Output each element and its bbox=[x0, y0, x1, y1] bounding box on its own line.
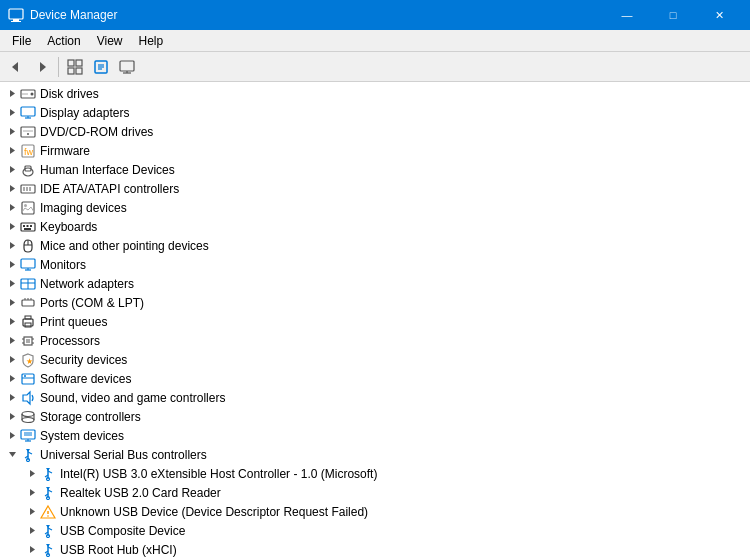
expand-btn-keyboards[interactable] bbox=[4, 219, 20, 235]
menu-action[interactable]: Action bbox=[39, 32, 88, 50]
tree-item-disk-drives[interactable]: Disk drives bbox=[0, 84, 750, 103]
svg-marker-105 bbox=[46, 468, 50, 471]
expand-btn-realtek-usb[interactable] bbox=[24, 485, 40, 501]
expand-btn-dvd-rom[interactable] bbox=[4, 124, 20, 140]
expand-btn-ports[interactable] bbox=[4, 295, 20, 311]
usb-icon bbox=[20, 447, 36, 463]
tree-item-usb-controllers[interactable]: Universal Serial Bus controllers bbox=[0, 445, 750, 464]
svg-rect-40 bbox=[22, 202, 34, 214]
tree-item-processors[interactable]: Processors bbox=[0, 331, 750, 350]
tree-item-usb-root[interactable]: USB Root Hub (xHCI) bbox=[0, 540, 750, 559]
tree-item-mice[interactable]: Mice and other pointing devices bbox=[0, 236, 750, 255]
sec-icon: ★ bbox=[20, 352, 36, 368]
maximize-button[interactable]: □ bbox=[650, 0, 696, 30]
tree-item-imaging[interactable]: Imaging devices bbox=[0, 198, 750, 217]
svg-point-87 bbox=[22, 417, 34, 422]
expand-btn-unknown-usb[interactable] bbox=[24, 504, 40, 520]
main-content: Disk drivesDisplay adaptersDVD/CD-ROM dr… bbox=[0, 82, 750, 559]
tree-item-display-adapters[interactable]: Display adapters bbox=[0, 103, 750, 122]
expand-btn-processors[interactable] bbox=[4, 333, 20, 349]
show-hide-button[interactable] bbox=[63, 55, 87, 79]
properties-button[interactable] bbox=[89, 55, 113, 79]
expand-btn-storage[interactable] bbox=[4, 409, 20, 425]
tree-item-realtek-usb[interactable]: Realtek USB 2.0 Card Reader bbox=[0, 483, 750, 502]
storage-icon bbox=[20, 409, 36, 425]
expand-btn-hid[interactable] bbox=[4, 162, 20, 178]
expand-btn-usb-controllers[interactable] bbox=[4, 447, 20, 463]
expand-btn-network[interactable] bbox=[4, 276, 20, 292]
port-icon bbox=[20, 295, 36, 311]
expand-btn-disk-drives[interactable] bbox=[4, 86, 20, 102]
svg-text:★: ★ bbox=[26, 357, 33, 366]
tree-label-hid: Human Interface Devices bbox=[40, 163, 175, 177]
tree-item-intel-usb[interactable]: Intel(R) USB 3.0 eXtensible Host Control… bbox=[0, 464, 750, 483]
tree-item-system[interactable]: System devices bbox=[0, 426, 750, 445]
svg-marker-24 bbox=[10, 128, 15, 135]
svg-rect-70 bbox=[26, 339, 30, 343]
device-tree[interactable]: Disk drivesDisplay adaptersDVD/CD-ROM dr… bbox=[0, 82, 750, 559]
svg-point-27 bbox=[27, 133, 29, 135]
tree-label-system: System devices bbox=[40, 429, 124, 443]
tree-item-ide[interactable]: IDE ATA/ATAPI controllers bbox=[0, 179, 750, 198]
tree-item-security[interactable]: ★Security devices bbox=[0, 350, 750, 369]
svg-marker-31 bbox=[10, 166, 15, 173]
menu-help[interactable]: Help bbox=[131, 32, 172, 50]
expand-btn-mice[interactable] bbox=[4, 238, 20, 254]
tree-label-realtek-usb: Realtek USB 2.0 Card Reader bbox=[60, 486, 221, 500]
tree-item-network[interactable]: Network adapters bbox=[0, 274, 750, 293]
expand-btn-ide[interactable] bbox=[4, 181, 20, 197]
tree-item-usb-composite[interactable]: USB Composite Device bbox=[0, 521, 750, 540]
expand-btn-firmware[interactable] bbox=[4, 143, 20, 159]
forward-button[interactable] bbox=[30, 55, 54, 79]
expand-btn-monitors[interactable] bbox=[4, 257, 20, 273]
tree-label-storage: Storage controllers bbox=[40, 410, 141, 424]
menu-view[interactable]: View bbox=[89, 32, 131, 50]
expand-btn-usb-composite[interactable] bbox=[24, 523, 40, 539]
close-button[interactable]: ✕ bbox=[696, 0, 742, 30]
tree-item-unknown-usb[interactable]: Unknown USB Device (Device Descriptor Re… bbox=[0, 502, 750, 521]
expand-btn-security[interactable] bbox=[4, 352, 20, 368]
svg-marker-111 bbox=[46, 487, 50, 490]
expand-btn-sound[interactable] bbox=[4, 390, 20, 406]
svg-marker-42 bbox=[10, 223, 15, 230]
warn-icon bbox=[40, 504, 56, 520]
svg-marker-75 bbox=[10, 356, 15, 363]
tree-label-processors: Processors bbox=[40, 334, 100, 348]
expand-btn-print[interactable] bbox=[4, 314, 20, 330]
net-icon bbox=[20, 276, 36, 292]
svg-rect-6 bbox=[76, 60, 82, 66]
tree-item-sound[interactable]: Sound, video and game controllers bbox=[0, 388, 750, 407]
back-button[interactable] bbox=[4, 55, 28, 79]
svg-rect-21 bbox=[21, 107, 35, 116]
tree-item-keyboards[interactable]: Keyboards bbox=[0, 217, 750, 236]
tree-item-ports[interactable]: Ports (COM & LPT) bbox=[0, 293, 750, 312]
tree-label-usb-composite: USB Composite Device bbox=[60, 524, 185, 538]
app-icon bbox=[8, 7, 24, 23]
update-button[interactable] bbox=[115, 55, 139, 79]
tree-label-intel-usb: Intel(R) USB 3.0 eXtensible Host Control… bbox=[60, 467, 377, 481]
svg-marker-82 bbox=[23, 392, 30, 404]
tree-item-dvd-rom[interactable]: DVD/CD-ROM drives bbox=[0, 122, 750, 141]
tree-item-software[interactable]: Software devices bbox=[0, 369, 750, 388]
tree-label-dvd-rom: DVD/CD-ROM drives bbox=[40, 125, 153, 139]
expand-btn-system[interactable] bbox=[4, 428, 20, 444]
window-controls: — □ ✕ bbox=[604, 0, 742, 30]
tree-item-print[interactable]: Print queues bbox=[0, 312, 750, 331]
sys-icon bbox=[20, 428, 36, 444]
svg-text:fw: fw bbox=[24, 147, 34, 157]
svg-marker-88 bbox=[10, 432, 15, 439]
svg-rect-8 bbox=[76, 68, 82, 74]
menu-file[interactable]: File bbox=[4, 32, 39, 50]
tree-item-firmware[interactable]: fwFirmware bbox=[0, 141, 750, 160]
expand-btn-intel-usb[interactable] bbox=[24, 466, 40, 482]
minimize-button[interactable]: — bbox=[604, 0, 650, 30]
expand-btn-usb-root[interactable] bbox=[24, 542, 40, 558]
expand-btn-display-adapters[interactable] bbox=[4, 105, 20, 121]
tree-item-hid[interactable]: Human Interface Devices bbox=[0, 160, 750, 179]
tree-item-storage[interactable]: Storage controllers bbox=[0, 407, 750, 426]
svg-point-18 bbox=[31, 92, 34, 95]
expand-btn-software[interactable] bbox=[4, 371, 20, 387]
expand-btn-imaging[interactable] bbox=[4, 200, 20, 216]
dvd-icon bbox=[20, 124, 36, 140]
tree-item-monitors[interactable]: Monitors bbox=[0, 255, 750, 274]
